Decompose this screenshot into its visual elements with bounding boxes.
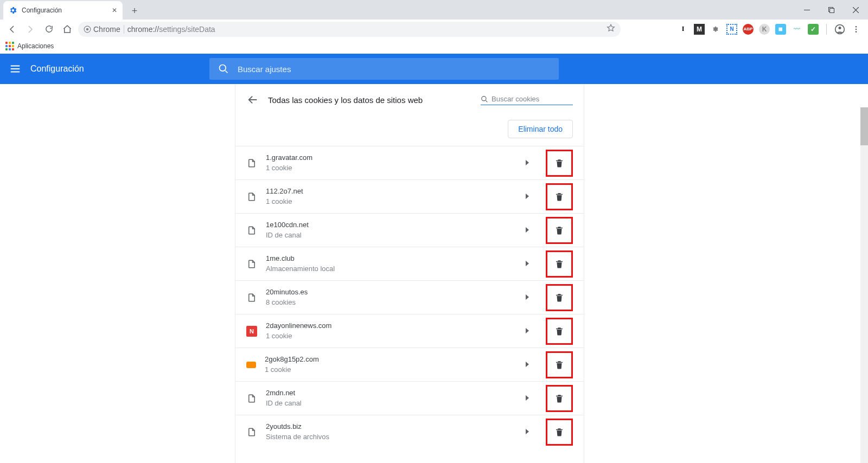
- scrollbar-track[interactable]: [860, 107, 868, 463]
- site-domain: 2gok8g15p2.com: [265, 355, 516, 364]
- site-row-text: 2youtds.bizSistema de archivos: [266, 422, 516, 442]
- site-row-text: 2gok8g15p2.com1 cookie: [265, 355, 516, 375]
- tab-title: Configuración: [22, 7, 107, 14]
- site-row[interactable]: 112.2o7.net1 cookie: [235, 179, 584, 213]
- nav-home-button[interactable]: [60, 22, 75, 37]
- delete-site-button[interactable]: [546, 385, 573, 412]
- settings-gear-icon: [9, 6, 17, 15]
- file-icon: [246, 225, 257, 236]
- extension-icon[interactable]: ✓: [808, 24, 819, 35]
- card-header: Todas las cookies y los datos de sitios …: [235, 84, 584, 115]
- extension-icon[interactable]: K: [759, 24, 770, 35]
- site-row[interactable]: 2gok8g15p2.com1 cookie: [235, 348, 584, 381]
- delete-site-button[interactable]: [546, 183, 573, 210]
- main-menu-button[interactable]: [0, 63, 30, 75]
- extension-icon[interactable]: M: [694, 24, 705, 35]
- chevron-right-icon: [525, 362, 529, 368]
- site-row[interactable]: 2youtds.bizSistema de archivos: [235, 415, 584, 448]
- delete-site-button[interactable]: [546, 351, 573, 378]
- adblock-icon[interactable]: ABP: [743, 24, 754, 35]
- delete-site-button[interactable]: [546, 150, 573, 177]
- site-domain: 1e100cdn.net: [266, 221, 516, 230]
- site-row[interactable]: N2dayonlinenews.com1 cookie: [235, 314, 584, 348]
- browser-tabstrip: Configuración ✕ +: [0, 0, 868, 20]
- bookmark-apps-label[interactable]: Aplicaciones: [17, 42, 54, 50]
- site-row[interactable]: 2mdn.netID de canal: [235, 381, 584, 415]
- settings-search[interactable]: [209, 58, 559, 80]
- omnibox-divider: [124, 25, 124, 34]
- window-minimize-button[interactable]: [795, 0, 819, 20]
- file-icon: [246, 259, 257, 269]
- chevron-right-icon: [525, 261, 529, 267]
- address-bar[interactable]: Chrome chrome://settings/siteData: [78, 22, 621, 37]
- site-row[interactable]: 1.gravatar.com1 cookie: [235, 146, 584, 179]
- delete-site-button[interactable]: [546, 284, 573, 311]
- bookmark-star-icon[interactable]: [607, 24, 615, 34]
- window-controls: [795, 0, 868, 20]
- delete-site-button[interactable]: [546, 217, 573, 244]
- site-detail: 1 cookie: [266, 164, 516, 173]
- site-domain: 2youtds.biz: [266, 422, 516, 432]
- file-icon: [246, 191, 257, 202]
- browser-menu-icon[interactable]: [851, 24, 861, 35]
- back-button[interactable]: [246, 93, 259, 106]
- nav-forward-button[interactable]: [23, 22, 38, 37]
- delete-site-button[interactable]: [546, 250, 573, 278]
- site-data-card: Todas las cookies y los datos de sitios …: [235, 84, 584, 463]
- browser-toolbar: Chrome chrome://settings/siteData I M ❃ …: [0, 20, 868, 38]
- chevron-right-icon: [525, 395, 529, 402]
- settings-search-input[interactable]: [238, 65, 550, 74]
- scrollbar-thumb[interactable]: [860, 107, 868, 145]
- bookmark-bar: Aplicaciones: [0, 38, 868, 54]
- browser-tab[interactable]: Configuración ✕: [3, 1, 123, 20]
- site-domain: 20minutos.es: [266, 288, 516, 297]
- svg-point-7: [856, 28, 857, 30]
- svg-point-6: [856, 26, 857, 28]
- file-icon: [246, 292, 257, 303]
- toolbar-separator: [826, 24, 827, 35]
- settings-app: Configuración Todas las cookies y los da…: [0, 54, 868, 463]
- chevron-right-icon: [525, 429, 529, 435]
- site-domain: 112.2o7.net: [266, 187, 516, 196]
- extension-icon[interactable]: I: [678, 24, 688, 35]
- site-row-text: 1me.clubAlmacenamiento local: [266, 254, 516, 274]
- nav-reload-button[interactable]: [41, 22, 56, 37]
- site-row-text: 2mdn.netID de canal: [266, 389, 516, 408]
- svg-rect-1: [830, 8, 834, 12]
- search-icon: [481, 95, 488, 104]
- extension-icon[interactable]: ▦: [775, 24, 786, 35]
- site-row[interactable]: 1e100cdn.netID de canal: [235, 213, 584, 247]
- site-row-text: 20minutos.es8 cookies: [266, 288, 516, 307]
- delete-site-button[interactable]: [546, 318, 573, 345]
- window-maximize-button[interactable]: [819, 0, 844, 20]
- svg-point-5: [839, 27, 841, 29]
- extensions-row: I M ❃ N ABP K ▦ 〰 ✓: [678, 24, 864, 35]
- extension-icon[interactable]: N: [726, 24, 737, 35]
- window-close-button[interactable]: [844, 0, 868, 20]
- site-detail: ID de canal: [266, 399, 516, 408]
- new-tab-button[interactable]: +: [127, 3, 142, 18]
- omnibox-address: chrome://settings/siteData: [127, 25, 215, 34]
- delete-site-button[interactable]: [546, 419, 573, 446]
- extension-icon[interactable]: ❃: [710, 24, 721, 35]
- site-favicon-icon: [246, 362, 256, 368]
- apps-grid-icon[interactable]: [5, 42, 14, 50]
- site-detail: ID de canal: [266, 231, 516, 240]
- svg-point-3: [86, 28, 89, 30]
- site-row[interactable]: 20minutos.es8 cookies: [235, 280, 584, 314]
- chevron-right-icon: [525, 328, 529, 335]
- cookie-search[interactable]: [481, 95, 573, 105]
- nav-back-button[interactable]: [4, 22, 20, 37]
- chevron-right-icon: [525, 160, 529, 166]
- site-detail: Almacenamiento local: [266, 265, 516, 274]
- chevron-right-icon: [525, 227, 529, 234]
- profile-avatar-icon[interactable]: [834, 24, 845, 35]
- tab-close-icon[interactable]: ✕: [112, 7, 117, 14]
- cookie-search-input[interactable]: [492, 95, 573, 103]
- site-domain: 2mdn.net: [266, 389, 516, 398]
- site-detail: 1 cookie: [266, 197, 516, 207]
- site-row[interactable]: 1me.clubAlmacenamiento local: [235, 247, 584, 280]
- svg-point-9: [220, 65, 226, 72]
- extension-icon[interactable]: 〰: [792, 24, 802, 35]
- clear-all-button[interactable]: Eliminar todo: [508, 120, 573, 138]
